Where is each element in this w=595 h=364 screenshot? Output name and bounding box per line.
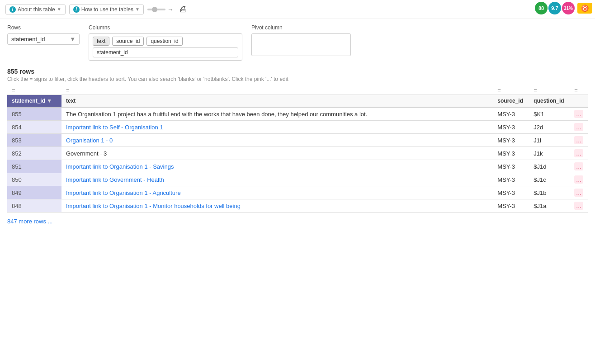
table-row: 850Important link to Government - Health… [7,173,588,186]
data-table: = = = = = statement_id ▼ text source_id … [7,86,588,213]
table-hint: Click the = signs to filter, click the h… [7,76,588,82]
col-header-text[interactable]: text [61,95,493,108]
cell-actions[interactable]: ... [570,199,588,213]
top-bar: i About this table ▼ i How to use the ta… [0,0,595,19]
cell-id: 855 [7,107,61,121]
filter-eq-question[interactable]: = [534,87,537,94]
col-header-row: statement_id ▼ text source_id question_i… [7,95,588,108]
cell-source: MSY-3 [493,160,529,173]
cell-source: MSY-3 [493,173,529,186]
filter-eq-text[interactable]: = [66,87,70,94]
filter-eq-id[interactable]: = [12,87,15,94]
filter-row: = = = = = [7,86,588,95]
edit-dots-btn[interactable]: ... [574,110,583,118]
text-link[interactable]: Important link to Organisation 1 - Savin… [66,163,174,170]
columns-group: Columns text source_id question_id state… [89,24,242,61]
about-table-btn[interactable]: i About this table ▼ [5,5,66,14]
slider-track[interactable] [147,9,165,10]
edit-dots-btn[interactable]: ... [574,162,583,170]
cell-text: Government - 3 [61,147,493,160]
text-link[interactable]: Organisation 1 - 0 [66,137,113,144]
badge-green: 88 [535,2,548,14]
col-tag-question[interactable]: question_id [146,37,182,46]
edit-dots-btn[interactable]: ... [574,136,583,144]
cell-text[interactable]: Important link to Self - Organisation 1 [61,121,493,134]
table-row: 855The Organisation 1 project has a frui… [7,107,588,121]
cell-actions[interactable]: ... [570,134,588,147]
table-body: 855The Organisation 1 project has a frui… [7,107,588,213]
filter-eq-source[interactable]: = [497,87,501,94]
col-header-id-arrow: ▼ [47,98,52,104]
cell-question: $K1 [529,107,570,121]
howto-btn[interactable]: i How to use the tables ▼ [69,5,144,14]
columns-bottom-row[interactable]: statement_id [93,47,238,57]
text-link[interactable]: Important link to Organisation 1 - Agric… [66,189,181,196]
cell-question: $J1c [529,173,570,186]
filter-eq-actions[interactable]: = [574,87,578,94]
howto-label: How to use the tables [81,6,133,13]
pivot-group: Pivot column [251,24,351,56]
col-tag-text[interactable]: text [93,37,109,46]
cell-source: MSY-3 [493,121,529,134]
cell-text: The Organisation 1 project has a fruitfu… [61,107,493,121]
cell-text[interactable]: Organisation 1 - 0 [61,134,493,147]
table-row: 853Organisation 1 - 0MSY-3J1l... [7,134,588,147]
cell-question: $J1d [529,160,570,173]
cell-actions[interactable]: ... [570,160,588,173]
cell-id: 854 [7,121,61,134]
cell-actions[interactable]: ... [570,173,588,186]
col-header-source[interactable]: source_id [493,95,529,108]
badge-pink: 31% [562,2,575,14]
cell-question: $J1a [529,199,570,213]
text-link[interactable]: Important link to Organisation 1 - Monit… [66,203,241,209]
info-icon: i [9,6,16,13]
table-row: 848Important link to Organisation 1 - Mo… [7,199,588,213]
text-link[interactable]: Important link to Government - Health [66,176,164,183]
cell-id: 849 [7,186,61,199]
arrow-icon: → [167,6,174,13]
text-link[interactable]: Important link to Self - Organisation 1 [66,124,163,131]
badge-teal: 9.7 [548,2,561,14]
edit-dots-btn[interactable]: ... [574,175,583,184]
cell-source: MSY-3 [493,199,529,213]
print-btn[interactable]: 🖨 [177,4,189,15]
top-right-badges: 88 9.7 31% ♉ [532,0,595,16]
user-badge[interactable]: ♉ [577,3,592,14]
cell-actions[interactable]: ... [570,107,588,121]
col-header-question[interactable]: question_id [529,95,570,108]
edit-dots-btn[interactable]: ... [574,123,583,131]
columns-label: Columns [89,24,242,31]
cell-question: J1k [529,147,570,160]
columns-top-row: text source_id question_id [93,37,238,46]
columns-row2-value: statement_id [97,49,128,56]
cell-question: $J1b [529,186,570,199]
row-count: 855 rows [7,68,588,75]
cell-text[interactable]: Important link to Government - Health [61,173,493,186]
cell-question: J1l [529,134,570,147]
rows-value: statement_id [11,36,45,43]
edit-dots-btn[interactable]: ... [574,149,583,157]
slider-thumb[interactable] [152,7,157,12]
cell-text[interactable]: Important link to Organisation 1 - Savin… [61,160,493,173]
chevron-down-icon-2: ▼ [135,7,140,12]
cell-id: 853 [7,134,61,147]
pivot-col-box[interactable] [251,33,351,56]
table-info: 855 rows Click the = signs to filter, cl… [7,68,588,82]
pivot-label: Pivot column [251,24,351,31]
table-row: 852Government - 3MSY-3J1k... [7,147,588,160]
cell-text[interactable]: Important link to Organisation 1 - Agric… [61,186,493,199]
cell-actions[interactable]: ... [570,121,588,134]
cell-text[interactable]: Important link to Organisation 1 - Monit… [61,199,493,213]
edit-dots-btn[interactable]: ... [574,189,583,197]
table-row: 854Important link to Self - Organisation… [7,121,588,134]
cell-id: 850 [7,173,61,186]
edit-dots-btn[interactable]: ... [574,202,583,210]
col-tag-source[interactable]: source_id [112,37,144,46]
chevron-down-icon: ▼ [57,7,61,12]
more-rows-link[interactable]: 847 more rows ... [7,218,588,225]
rows-select[interactable]: statement_id ▼ [7,33,80,45]
cell-actions[interactable]: ... [570,147,588,160]
col-header-id[interactable]: statement_id ▼ [7,95,61,108]
cell-actions[interactable]: ... [570,186,588,199]
rows-label: Rows [7,24,80,31]
